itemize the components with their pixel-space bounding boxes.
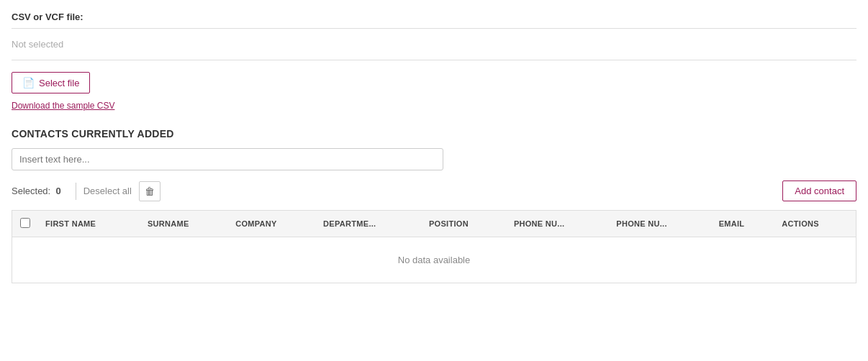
divider-2 [12, 60, 856, 60]
table-header-row: FIRST NAME SURNAME COMPANY DEPARTME... P… [12, 211, 856, 237]
th-department: DEPARTME... [316, 211, 422, 237]
toolbar-divider [76, 183, 76, 200]
add-contact-button[interactable]: Add contact [782, 180, 856, 201]
no-data-row: No data available [12, 237, 856, 283]
selected-count: 0 [55, 186, 60, 196]
download-csv-link[interactable]: Download the sample CSV [12, 101, 114, 111]
th-actions: ACTIONS [774, 211, 856, 237]
csv-label: CSV or VCF file: [12, 12, 856, 22]
th-first-name: FIRST NAME [38, 211, 140, 237]
th-phone2: PHONE NU... [609, 211, 711, 237]
deselect-all-button[interactable]: Deselect all [83, 186, 132, 196]
selected-label-text: Selected: [12, 186, 50, 196]
file-icon: 📄 [22, 77, 35, 88]
search-input[interactable] [12, 148, 443, 170]
file-status: Not selected [12, 35, 856, 54]
th-phone1: PHONE NU... [507, 211, 609, 237]
contacts-section: CONTACTS CURRENTLY ADDED Selected: 0 Des… [12, 128, 856, 283]
divider-1 [12, 28, 856, 29]
th-email: EMAIL [712, 211, 775, 237]
contacts-table-container: FIRST NAME SURNAME COMPANY DEPARTME... P… [12, 210, 856, 283]
select-file-label: Select file [39, 78, 79, 88]
toolbar: Selected: 0 Deselect all 🗑 Add contact [12, 180, 856, 201]
th-checkbox [12, 211, 38, 237]
contacts-table: FIRST NAME SURNAME COMPANY DEPARTME... P… [12, 211, 856, 283]
selected-label: Selected: 0 [12, 186, 61, 196]
select-file-button[interactable]: 📄 Select file [12, 72, 90, 93]
th-position: POSITION [422, 211, 507, 237]
contacts-title: CONTACTS CURRENTLY ADDED [12, 128, 856, 140]
th-company: COMPANY [228, 211, 316, 237]
trash-icon: 🗑 [145, 186, 155, 197]
delete-button[interactable]: 🗑 [139, 181, 161, 201]
no-data-cell: No data available [12, 237, 856, 283]
select-all-checkbox[interactable] [20, 218, 30, 228]
th-surname: SURNAME [140, 211, 228, 237]
